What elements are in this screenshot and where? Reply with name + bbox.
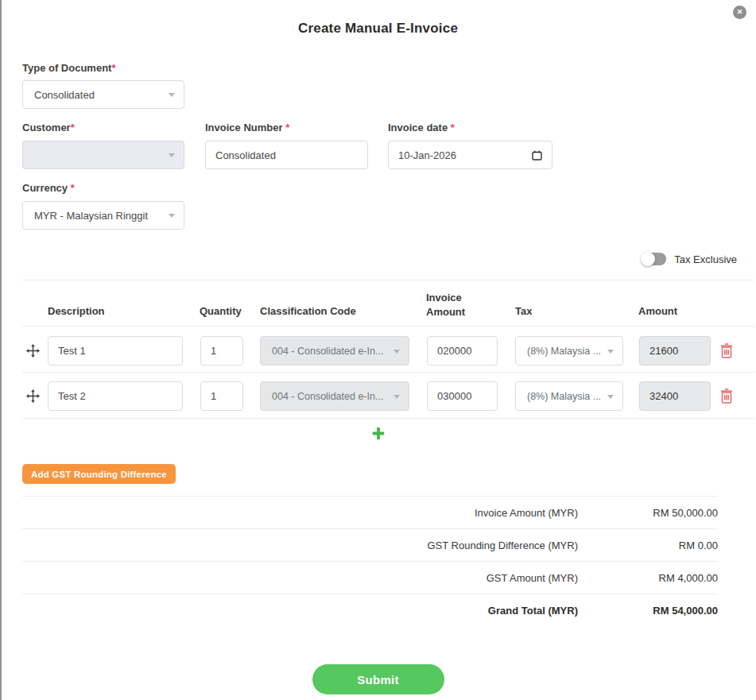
chevron-down-icon [394,350,400,354]
divider [22,372,754,373]
invoice-amount-input[interactable] [427,336,498,365]
move-icon[interactable] [26,344,40,358]
calendar-icon[interactable] [532,150,542,160]
description-input[interactable] [48,336,183,365]
type-of-document-select[interactable]: Consolidated [22,80,184,109]
trash-icon[interactable] [720,343,733,358]
submit-button[interactable]: Submit [312,664,444,694]
divider [22,418,754,419]
move-icon[interactable] [26,389,40,403]
quantity-input[interactable] [200,381,243,411]
amount-readonly-field [639,381,711,411]
col-header-quantity: Quantity [200,305,242,317]
summary-row-gst-amount: GST Amount (MYR) RM 4,000.00 [22,561,718,594]
customer-select [22,141,184,169]
currency-select[interactable]: MYR - Malaysian Ringgit [22,201,184,230]
tax-exclusive-toggle-group: Tax Exclusive [642,253,737,265]
invoice-number-label: Invoice Number * [205,122,289,133]
chevron-down-icon [607,350,614,354]
create-manual-einvoice-modal: ✕ Create Manual E-Invoice Type of Docume… [0,0,756,700]
invoice-number-input[interactable] [205,141,368,169]
tax-select[interactable]: (8%) Malaysia ... [515,336,623,365]
plus-icon[interactable] [372,427,384,443]
invoice-amount-input[interactable] [427,381,498,411]
chevron-down-icon [394,395,400,399]
col-header-amount: Amount [638,305,677,317]
chevron-down-icon [169,93,175,97]
invoice-date-label: Invoice date * [388,122,455,133]
add-gst-rounding-difference-button[interactable]: Add GST Rounding Difference [22,464,176,484]
currency-label: Currency * [22,182,75,194]
col-header-invoice-amount: Invoice Amount [426,291,475,319]
divider [22,280,754,280]
chevron-down-icon [607,395,614,399]
type-of-document-label: Type of Document* [22,62,116,74]
toggle-knob-icon [641,252,655,266]
chevron-down-icon [169,153,175,157]
col-header-description: Description [48,305,105,317]
tax-exclusive-toggle[interactable] [642,253,666,265]
col-header-tax: Tax [515,305,532,317]
chevron-down-icon [169,214,175,218]
modal-left-edge [0,0,2,700]
customer-label: Customer* [22,122,75,133]
modal-title: Create Manual E-Invoice [0,21,756,37]
classification-code-select: 004 - Consolidated e-In... [260,381,409,411]
col-header-classification-code: Classification Code [260,305,356,317]
summary-row-grand-total: Grand Total (MYR) RM 54,000.00 [22,594,718,626]
close-icon[interactable]: ✕ [733,6,746,19]
description-input[interactable] [48,381,183,411]
summary-row-gst-rounding-difference: GST Rounding Difference (MYR) RM 0.00 [22,528,718,561]
invoice-date-input[interactable]: 10-Jan-2026 [388,141,552,169]
quantity-input[interactable] [200,336,243,365]
tax-exclusive-label: Tax Exclusive [674,253,737,265]
divider [22,326,754,327]
amount-readonly-field [639,336,711,365]
trash-icon[interactable] [720,389,733,404]
tax-select[interactable]: (8%) Malaysia ... [515,381,623,411]
summary-row-invoice-amount: Invoice Amount (MYR) RM 50,000.00 [22,496,718,528]
classification-code-select: 004 - Consolidated e-In... [260,336,409,365]
